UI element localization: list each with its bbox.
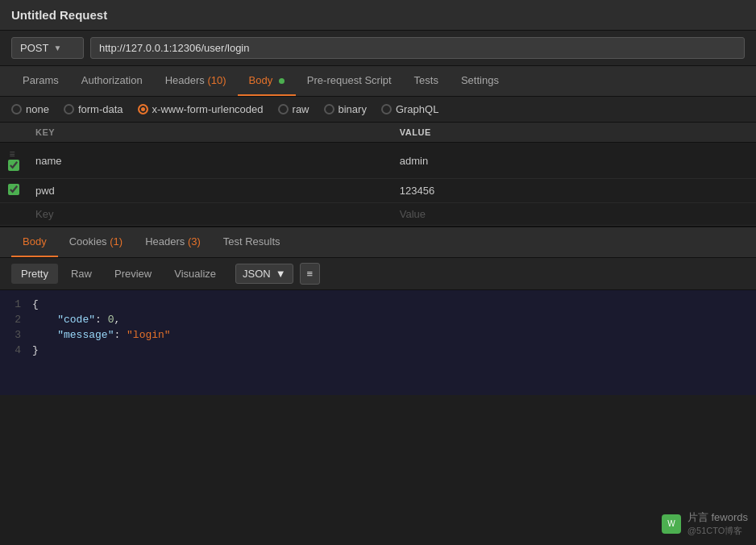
code-content: { bbox=[32, 298, 39, 310]
kv-value-header: VALUE bbox=[392, 123, 756, 143]
page-title: Untitled Request bbox=[11, 8, 107, 22]
method-label: POST bbox=[20, 42, 48, 54]
watermark-sub: @51CTO博客 bbox=[687, 525, 748, 537]
drag-handle-icon: ≡ bbox=[9, 148, 15, 160]
row1-key[interactable]: name bbox=[27, 143, 392, 179]
res-tab-headers[interactable]: Headers (3) bbox=[134, 227, 212, 257]
radio-binary-dot bbox=[324, 104, 334, 114]
row1-check-cell: ≡ bbox=[0, 143, 27, 179]
watermark-brand: 片言 fewords bbox=[687, 510, 748, 525]
row1-value[interactable]: admin bbox=[392, 143, 756, 179]
headers-badge: (10) bbox=[207, 74, 226, 86]
wechat-icon: W bbox=[662, 514, 681, 534]
res-tab-body[interactable]: Body bbox=[11, 227, 58, 257]
radio-none[interactable]: none bbox=[11, 103, 49, 115]
watermark: W 片言 fewords @51CTO博客 bbox=[662, 510, 748, 537]
method-select[interactable]: POST ▼ bbox=[11, 37, 84, 59]
line-number: 1 bbox=[0, 298, 32, 310]
url-bar: POST ▼ bbox=[0, 31, 756, 66]
wrap-button[interactable]: ≡ bbox=[300, 263, 321, 285]
res-headers-badge: (3) bbox=[188, 235, 201, 248]
code-area: 1 { 2 "code": 0, 3 "message": "login" 4 … bbox=[0, 290, 756, 395]
radio-binary[interactable]: binary bbox=[324, 103, 367, 115]
code-content: "code": 0, bbox=[32, 314, 120, 326]
tab-headers[interactable]: Headers (10) bbox=[154, 66, 238, 96]
table-row-empty: Key Value bbox=[0, 203, 756, 226]
code-line-2: 2 "code": 0, bbox=[0, 312, 756, 327]
row3-check-cell bbox=[0, 203, 27, 226]
radio-graphql-dot bbox=[381, 104, 392, 114]
chevron-down-icon: ▼ bbox=[53, 44, 61, 52]
kv-table: KEY VALUE ≡ name admin pwd 123456 Key Va… bbox=[0, 123, 756, 226]
table-row: ≡ name admin bbox=[0, 143, 756, 179]
radio-form-data-dot bbox=[64, 104, 74, 114]
radio-none-dot bbox=[11, 104, 22, 114]
tab-authorization[interactable]: Authorization bbox=[70, 66, 154, 96]
row2-key[interactable]: pwd bbox=[27, 179, 392, 203]
fmt-tab-visualize[interactable]: Visualize bbox=[164, 264, 226, 284]
title-bar: Untitled Request bbox=[0, 0, 756, 31]
line-number: 2 bbox=[0, 314, 32, 326]
row1-checkbox[interactable] bbox=[8, 160, 19, 171]
tab-settings[interactable]: Settings bbox=[450, 66, 510, 96]
res-tab-cookies[interactable]: Cookies (1) bbox=[58, 227, 134, 257]
chevron-down-icon: ▼ bbox=[276, 268, 286, 280]
row2-check-cell bbox=[0, 179, 27, 203]
format-bar: Pretty Raw Preview Visualize JSON ▼ ≡ bbox=[0, 258, 756, 290]
table-row: pwd 123456 bbox=[0, 179, 756, 203]
wrap-icon: ≡ bbox=[307, 268, 314, 280]
fmt-tab-pretty[interactable]: Pretty bbox=[11, 264, 58, 284]
request-tabs: Params Authorization Headers (10) Body P… bbox=[0, 66, 756, 97]
row2-checkbox[interactable] bbox=[8, 184, 19, 195]
radio-x-www-form-urlencoded[interactable]: x-www-form-urlencoded bbox=[138, 103, 264, 115]
radio-raw-dot bbox=[278, 104, 289, 114]
radio-form-data[interactable]: form-data bbox=[64, 103, 123, 115]
kv-key-header: KEY bbox=[27, 123, 392, 143]
code-line-4: 4 } bbox=[0, 343, 756, 358]
url-input[interactable] bbox=[90, 37, 745, 59]
line-number: 4 bbox=[0, 344, 32, 356]
code-content: } bbox=[32, 344, 39, 356]
row2-value[interactable]: 123456 bbox=[392, 179, 756, 203]
code-content: "message": "login" bbox=[32, 329, 171, 341]
line-number: 3 bbox=[0, 329, 32, 341]
fmt-tab-raw[interactable]: Raw bbox=[61, 264, 102, 284]
res-tab-test-results[interactable]: Test Results bbox=[212, 227, 292, 257]
kv-check-header bbox=[0, 123, 27, 143]
json-type-select[interactable]: JSON ▼ bbox=[235, 264, 293, 284]
tab-pre-request[interactable]: Pre-request Script bbox=[296, 66, 403, 96]
tab-body[interactable]: Body bbox=[238, 66, 296, 96]
code-line-1: 1 { bbox=[0, 297, 756, 312]
body-types: none form-data x-www-form-urlencoded raw… bbox=[0, 97, 756, 123]
response-tabs: Body Cookies (1) Headers (3) Test Result… bbox=[0, 226, 756, 258]
row3-value[interactable]: Value bbox=[392, 203, 756, 226]
radio-graphql[interactable]: GraphQL bbox=[381, 103, 438, 115]
radio-raw[interactable]: raw bbox=[278, 103, 309, 115]
tab-tests[interactable]: Tests bbox=[403, 66, 450, 96]
code-line-3: 3 "message": "login" bbox=[0, 327, 756, 343]
cookies-badge: (1) bbox=[110, 235, 123, 248]
radio-urlencoded-dot bbox=[138, 104, 148, 114]
tab-params[interactable]: Params bbox=[11, 66, 70, 96]
fmt-tab-preview[interactable]: Preview bbox=[105, 264, 161, 284]
body-dot-indicator bbox=[279, 78, 285, 84]
row3-key[interactable]: Key bbox=[27, 203, 392, 226]
